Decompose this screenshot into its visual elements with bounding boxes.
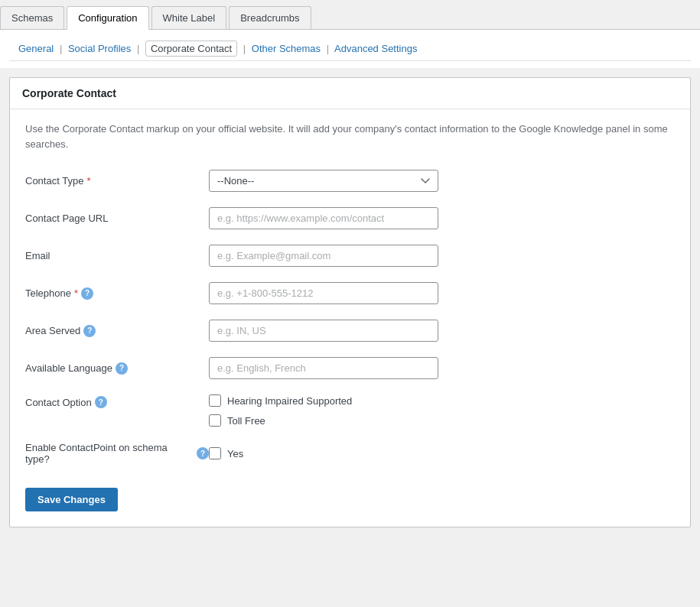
contact-option-control: Hearing Impaired Supported Toll Free <box>209 394 438 427</box>
available-language-row: Available Language ? <box>25 357 675 379</box>
subnav-corporate-contact[interactable]: Corporate Contact <box>145 41 237 57</box>
enable-contact-point-help-icon[interactable]: ? <box>197 447 209 459</box>
card-body: Use the Corporate Contact markup on your… <box>10 109 690 527</box>
contact-type-row: Contact Type * --None-- Customer Support… <box>25 170 675 192</box>
contact-page-url-control <box>209 207 438 229</box>
contact-type-control: --None-- Customer Support Technical Supp… <box>209 170 438 192</box>
telephone-required: * <box>74 287 78 299</box>
contact-page-url-input[interactable] <box>209 207 438 229</box>
card-title: Corporate Contact <box>10 78 690 109</box>
card-description: Use the Corporate Contact markup on your… <box>25 122 675 151</box>
contact-option-checkbox-group: Hearing Impaired Supported Toll Free <box>209 394 438 427</box>
toll-free-checkbox[interactable] <box>209 414 221 427</box>
available-language-control <box>209 357 438 379</box>
email-input[interactable] <box>209 245 438 267</box>
area-served-label: Area Served ? <box>25 325 209 337</box>
tab-configuration[interactable]: Configuration <box>67 6 148 30</box>
save-changes-button[interactable]: Save Changes <box>25 488 118 511</box>
area-served-input[interactable] <box>209 320 438 342</box>
available-language-input[interactable] <box>209 357 438 379</box>
subnav-other-schemas[interactable]: Other Schemas <box>252 43 321 54</box>
enable-contact-point-option-label: Yes <box>227 448 243 459</box>
email-label: Email <box>25 250 209 261</box>
contact-page-url-row: Contact Page URL <box>25 207 675 229</box>
telephone-help-icon[interactable]: ? <box>81 287 93 300</box>
area-served-row: Area Served ? <box>25 320 675 342</box>
email-row: Email <box>25 245 675 267</box>
page-wrapper: Schemas Configuration White Label Breadc… <box>0 0 700 607</box>
telephone-label: Telephone * ? <box>25 287 209 300</box>
contact-option-help-icon[interactable]: ? <box>95 396 107 408</box>
subnav-general[interactable]: General <box>18 43 54 54</box>
enable-contact-point-label: Enable ContactPoint on schema type? ? <box>25 442 209 465</box>
contact-type-label: Contact Type * <box>25 175 209 187</box>
toll-free-label: Toll Free <box>227 415 265 427</box>
separator-1: | <box>60 43 62 54</box>
sub-nav-wrapper: General | Social Profiles | Corporate Co… <box>0 30 700 68</box>
telephone-control <box>209 282 438 304</box>
email-control <box>209 245 438 267</box>
contact-type-select[interactable]: --None-- Customer Support Technical Supp… <box>209 170 438 192</box>
available-language-label: Available Language ? <box>25 362 209 375</box>
area-served-help-icon[interactable]: ? <box>83 325 96 337</box>
tab-white-label[interactable]: White Label <box>151 6 227 29</box>
hearing-impaired-checkbox[interactable] <box>209 394 221 407</box>
area-served-control <box>209 320 438 342</box>
contact-option-row: Contact Option ? Hearing Impaired Suppor… <box>25 394 675 427</box>
hearing-impaired-label: Hearing Impaired Supported <box>227 395 352 407</box>
contact-type-required: * <box>86 175 90 187</box>
contact-page-url-label: Contact Page URL <box>25 213 209 224</box>
corporate-contact-card: Corporate Contact Use the Corporate Cont… <box>9 77 691 527</box>
available-language-help-icon[interactable]: ? <box>116 362 128 375</box>
separator-3: | <box>243 43 246 54</box>
tabs-bar: Schemas Configuration White Label Breadc… <box>0 0 700 30</box>
subnav-advanced-settings[interactable]: Advanced Settings <box>334 43 417 54</box>
enable-contact-point-checkbox[interactable] <box>209 447 221 459</box>
tab-breadcrumbs[interactable]: Breadcrumbs <box>229 6 311 29</box>
telephone-input[interactable] <box>209 282 438 304</box>
toll-free-item[interactable]: Toll Free <box>209 414 438 427</box>
enable-contact-point-control: Yes <box>209 447 438 459</box>
separator-2: | <box>137 43 139 54</box>
separator-4: | <box>327 43 329 54</box>
sub-nav: General | Social Profiles | Corporate Co… <box>9 37 691 61</box>
tab-schemas[interactable]: Schemas <box>0 6 64 29</box>
subnav-social-profiles[interactable]: Social Profiles <box>68 43 131 54</box>
contact-option-label: Contact Option ? <box>25 394 209 408</box>
enable-contact-point-item[interactable]: Yes <box>209 447 438 459</box>
telephone-row: Telephone * ? <box>25 282 675 304</box>
enable-contact-point-row: Enable ContactPoint on schema type? ? Ye… <box>25 442 675 465</box>
hearing-impaired-item[interactable]: Hearing Impaired Supported <box>209 394 438 407</box>
